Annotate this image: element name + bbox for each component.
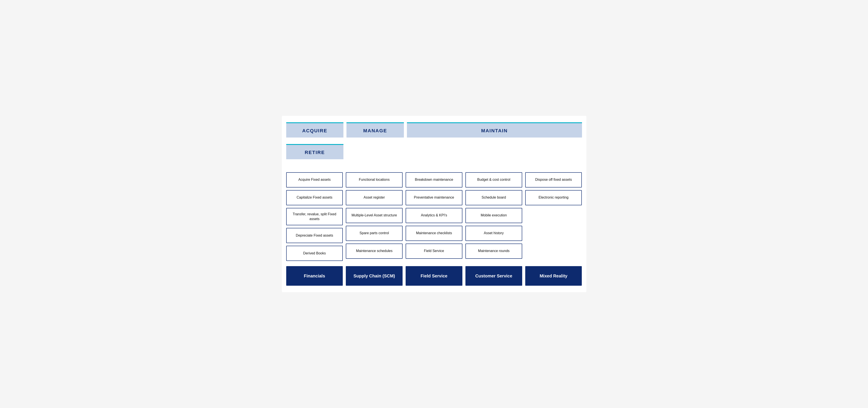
list-item: Electronic reporting: [525, 190, 582, 205]
acquire-column: Acquire Fixed assets Capitalize Fixed as…: [286, 172, 343, 286]
manage-header-label: MANAGE: [363, 128, 387, 133]
list-item: Maintenance checklists: [406, 226, 462, 241]
maintain-right-column: Budget & cost control Schedule board Mob…: [465, 172, 522, 286]
list-item: Preventative maintenance: [406, 190, 462, 205]
maintain-left-column: Breakdown maintenance Preventative maint…: [406, 172, 462, 286]
retire-header: RETIRE: [286, 144, 344, 159]
list-item: Asset history: [465, 226, 522, 241]
list-item: Dispose off fixed assets: [525, 172, 582, 188]
acquire-header-box: ACQUIRE: [286, 122, 344, 138]
list-item: Mobile execution: [465, 208, 522, 223]
list-item: Field Service: [406, 243, 462, 259]
main-container: ACQUIRE MANAGE MAINTAIN RETIRE Acquire F…: [282, 116, 586, 293]
manage-bottom: Supply Chain (SCM): [346, 266, 403, 286]
acquire-header: ACQUIRE: [286, 122, 344, 138]
maintain-header-box: MAINTAIN: [407, 122, 582, 138]
list-item: Schedule board: [465, 190, 522, 205]
list-item: Transfer, revalue, split Fixed assets: [286, 208, 343, 226]
list-item: Analytics & KPI's: [406, 208, 462, 223]
list-item: Asset register: [346, 190, 403, 205]
list-item: Functional locations: [346, 172, 403, 188]
list-item: Capitalize Fixed assets: [286, 190, 343, 205]
retire-column: Dispose off fixed assets Electronic repo…: [525, 172, 582, 286]
list-item: Spare parts control: [346, 226, 403, 241]
list-item: Maintenance rounds: [465, 243, 522, 259]
manage-header: MANAGE: [346, 122, 404, 138]
acquire-bottom: Financials: [286, 266, 343, 286]
retire-bottom: Mixed Reality: [525, 266, 582, 286]
list-item: Acquire Fixed assets: [286, 172, 343, 188]
manage-header-box: MANAGE: [346, 122, 404, 138]
list-item: Derived Books: [286, 246, 343, 261]
retire-header-label: RETIRE: [305, 150, 325, 155]
list-item: Depreciate Fixed assets: [286, 228, 343, 243]
maintain-left-bottom: Field Service: [406, 266, 462, 286]
content-area: Acquire Fixed assets Capitalize Fixed as…: [286, 172, 582, 286]
acquire-header-label: ACQUIRE: [302, 128, 327, 133]
maintain-right-bottom: Customer Service: [465, 266, 522, 286]
list-item: Budget & cost control: [465, 172, 522, 188]
manage-column: Functional locations Asset register Mult…: [346, 172, 403, 286]
header-row: ACQUIRE MANAGE MAINTAIN RETIRE: [286, 122, 582, 166]
maintain-header-label: MAINTAIN: [481, 128, 507, 133]
maintain-header: MAINTAIN: [407, 122, 582, 138]
retire-header-box: RETIRE: [286, 144, 344, 159]
list-item: Breakdown maintenance: [406, 172, 462, 188]
list-item: Multiple-Level Asset structure: [346, 208, 403, 223]
list-item: Maintenance schedules: [346, 243, 403, 259]
